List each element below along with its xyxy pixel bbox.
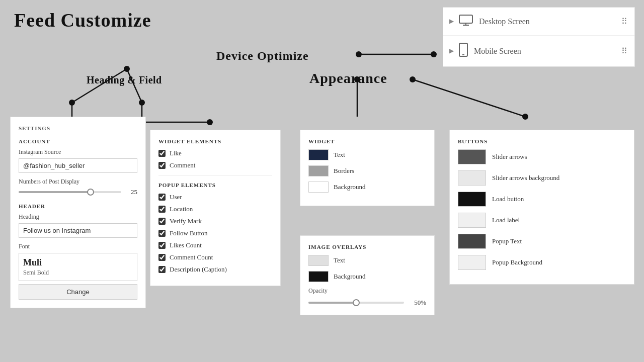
popup-text-swatch[interactable] xyxy=(458,234,486,249)
opacity-slider-fill xyxy=(308,302,356,304)
opacity-slider-track[interactable] xyxy=(308,302,404,304)
borders-color-label: Borders xyxy=(334,167,354,175)
likes-count-checkbox[interactable] xyxy=(158,242,166,249)
widget-elements-panel: WIDGET ELEMENTS Like Comment POPUP ELEME… xyxy=(150,130,281,286)
checkbox-location[interactable]: Location xyxy=(158,205,272,213)
checkbox-likes-count[interactable]: Likes Count xyxy=(158,241,272,249)
instagram-source-input[interactable] xyxy=(19,158,137,173)
post-display-value: 25 xyxy=(125,188,137,196)
device-row-desktop[interactable]: ▶ Desktop Screen ⠿ xyxy=(443,8,634,36)
text-color-swatch[interactable] xyxy=(308,149,329,160)
like-checkbox[interactable] xyxy=(158,150,166,157)
svg-point-16 xyxy=(522,114,528,120)
post-display-slider-thumb[interactable] xyxy=(87,189,94,196)
popup-background-row: Popup Background xyxy=(458,255,626,270)
checkbox-like[interactable]: Like xyxy=(158,149,272,157)
svg-point-0 xyxy=(124,66,130,72)
image-overlays-title: IMAGE OVERLAYS xyxy=(308,244,426,250)
popup-background-swatch[interactable] xyxy=(458,255,486,270)
checkbox-description[interactable]: Description (Caption) xyxy=(158,265,272,274)
overlay-text-color-row: Text xyxy=(308,255,426,266)
comment-count-label: Comment Count xyxy=(170,253,213,261)
svg-point-9 xyxy=(431,51,437,57)
load-label-swatch[interactable] xyxy=(458,213,486,228)
checkbox-comment[interactable]: Comment xyxy=(158,161,272,169)
mobile-screen-icon xyxy=(459,43,468,59)
slider-arrows-swatch[interactable] xyxy=(458,149,486,164)
text-color-label: Text xyxy=(334,151,345,159)
image-overlays-panel: IMAGE OVERLAYS Text Background Opacity 5… xyxy=(300,235,435,315)
heading-input[interactable] xyxy=(19,223,137,238)
desktop-arrow-icon: ▶ xyxy=(449,18,454,25)
load-label-label: Load label xyxy=(492,216,520,224)
follow-button-label: Follow Button xyxy=(170,229,208,237)
popup-background-label: Popup Background xyxy=(492,258,542,266)
background-color-label: Background xyxy=(334,183,366,191)
checkbox-follow-button[interactable]: Follow Button xyxy=(158,229,272,237)
load-label-row: Load label xyxy=(458,213,626,228)
widget-text-color-row: Text xyxy=(308,149,426,160)
slider-arrows-bg-label: Slider arrows background xyxy=(492,174,559,182)
desktop-screen-label: Desktop Screen xyxy=(479,17,621,26)
mobile-screen-label: Mobile Screen xyxy=(474,47,621,56)
widget-background-color-row: Background xyxy=(308,182,426,193)
overlay-text-swatch[interactable] xyxy=(308,255,329,266)
comment-count-checkbox[interactable] xyxy=(158,254,166,261)
checkbox-verify-mark[interactable]: Verify Mark xyxy=(158,217,272,225)
appearance-label: Appearance xyxy=(309,70,387,86)
overlay-background-label: Background xyxy=(334,273,366,281)
slider-arrows-bg-swatch[interactable] xyxy=(458,170,486,186)
desktop-dots-icon[interactable]: ⠿ xyxy=(621,17,628,26)
device-panel: ▶ Desktop Screen ⠿ ▶ Mobile Screen ⠿ xyxy=(443,7,635,67)
opacity-slider-thumb[interactable] xyxy=(353,299,360,306)
buttons-panel: BUTTONS Slider arrows Slider arrows back… xyxy=(449,130,634,285)
background-color-swatch[interactable] xyxy=(308,182,329,193)
slider-arrows-bg-row: Slider arrows background xyxy=(458,170,626,186)
desktop-screen-icon xyxy=(459,15,473,28)
device-row-mobile[interactable]: ▶ Mobile Screen ⠿ xyxy=(443,36,634,66)
location-checkbox[interactable] xyxy=(158,206,166,213)
change-font-button[interactable]: Change xyxy=(19,284,137,300)
account-section-label: ACCOUNT xyxy=(19,138,137,144)
svg-point-13 xyxy=(410,76,416,82)
borders-color-swatch[interactable] xyxy=(308,165,329,176)
opacity-label: Opacity xyxy=(308,287,426,295)
post-display-slider-track[interactable] xyxy=(19,191,121,193)
font-weight: Semi Bold xyxy=(23,269,133,277)
overlay-text-label: Text xyxy=(334,256,345,264)
description-checkbox[interactable] xyxy=(158,266,166,273)
overlay-background-color-row: Background xyxy=(308,271,426,282)
comment-label: Comment xyxy=(170,161,195,169)
verify-mark-checkbox[interactable] xyxy=(158,218,166,225)
like-label: Like xyxy=(170,149,182,157)
likes-count-label: Likes Count xyxy=(170,241,202,249)
buttons-panel-title: BUTTONS xyxy=(458,138,626,144)
opacity-value: 50% xyxy=(408,299,426,307)
slider-arrows-label: Slider arrows xyxy=(492,153,527,161)
user-checkbox[interactable] xyxy=(158,194,166,201)
widget-elements-title: WIDGET ELEMENTS xyxy=(158,138,272,144)
overlay-background-swatch[interactable] xyxy=(308,271,329,282)
heading-field-label: Heading & Field xyxy=(87,74,162,86)
widget-appearance-panel: WIDGET Text Borders Background xyxy=(300,130,435,206)
widget-borders-color-row: Borders xyxy=(308,165,426,176)
font-box: Muli Semi Bold xyxy=(19,253,137,281)
load-button-label: Load button xyxy=(492,195,524,203)
font-label: Font xyxy=(19,243,137,250)
comment-checkbox[interactable] xyxy=(158,162,166,169)
load-button-swatch[interactable] xyxy=(458,192,486,207)
verify-mark-label: Verify Mark xyxy=(170,217,202,225)
checkbox-comment-count[interactable]: Comment Count xyxy=(158,253,272,261)
svg-point-3 xyxy=(207,119,213,125)
user-label: User xyxy=(170,193,182,201)
opacity-row: 50% xyxy=(308,299,426,307)
checkbox-user[interactable]: User xyxy=(158,193,272,201)
mobile-dots-icon[interactable]: ⠿ xyxy=(621,46,628,56)
instagram-source-label: Instagram Source xyxy=(19,148,137,156)
svg-line-15 xyxy=(413,79,525,117)
load-button-row: Load button xyxy=(458,192,626,207)
widget-title: WIDGET xyxy=(308,138,426,144)
popup-elements-title: POPUP ELEMENTS xyxy=(158,182,272,188)
follow-button-checkbox[interactable] xyxy=(158,230,166,237)
heading-label: Heading xyxy=(19,213,137,221)
